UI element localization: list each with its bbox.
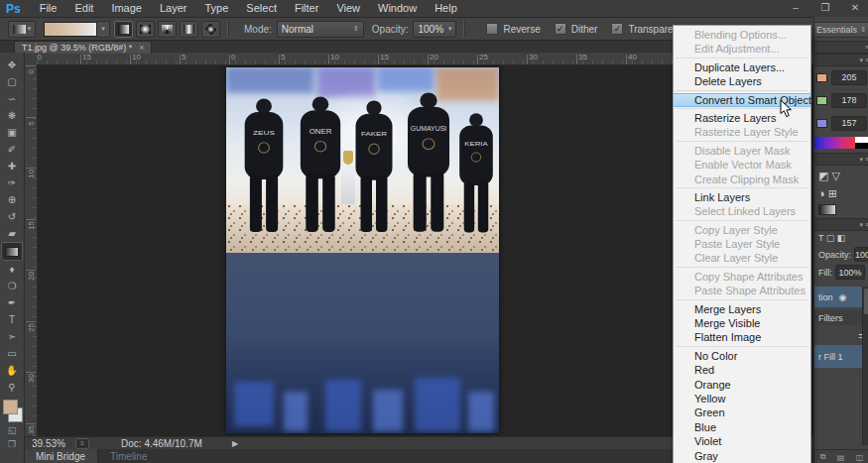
status-menu-arrow-icon[interactable]: ▶ xyxy=(232,439,238,448)
context-menu-item-link-layers[interactable]: Link Layers xyxy=(674,190,810,204)
angle-gradient-button[interactable] xyxy=(158,21,177,38)
shape-tool[interactable]: ▭ xyxy=(2,345,22,362)
black-swatch[interactable] xyxy=(855,143,868,149)
panel-menu-icon[interactable]: ▾ ≡ xyxy=(859,156,868,164)
dodge-tool[interactable]: ❍ xyxy=(2,278,22,294)
spectrum-ramp[interactable] xyxy=(814,137,855,149)
menubar-item-window[interactable]: Window xyxy=(369,0,426,17)
canvas[interactable]: ZEUS ONER FAKER GUMAYUSI KERIA xyxy=(226,67,499,433)
eyedropper-tool[interactable]: ✐ xyxy=(2,141,22,158)
panel-menu-icon[interactable]: ▾ ≡ xyxy=(859,57,868,64)
radial-gradient-button[interactable] xyxy=(136,21,155,38)
layers-fill-value[interactable]: 100% xyxy=(835,265,865,280)
context-menu-item-orange[interactable]: Orange xyxy=(674,378,810,392)
context-menu-item-yellow[interactable]: Yellow xyxy=(674,392,810,405)
checkbox-box-icon[interactable]: ✓ xyxy=(611,23,623,35)
menubar-item-image[interactable]: Image xyxy=(102,0,151,17)
context-menu-item-blue[interactable]: Blue xyxy=(674,420,810,434)
menubar-item-layer[interactable]: Layer xyxy=(151,0,196,17)
context-menu-item-gray[interactable]: Gray xyxy=(674,449,810,463)
checkbox-dither[interactable]: ✓Dither xyxy=(555,23,598,35)
new-group-icon[interactable]: ▤ xyxy=(837,453,845,462)
document-tab[interactable]: T1.jpg @ 39.5% (RGB/8#) * × xyxy=(14,41,152,54)
panel-menu-icon[interactable]: ▾ ≡ xyxy=(859,221,868,229)
color-value-field[interactable]: 157 xyxy=(831,116,867,131)
crop-tool[interactable]: ▣ xyxy=(2,124,22,141)
color-value-field[interactable]: 178 xyxy=(831,93,867,108)
screen-mode-button[interactable]: ❐ xyxy=(2,437,22,451)
context-menu-item-delete-layers[interactable]: Delete Layers xyxy=(674,74,810,88)
context-menu-item-flatten-image[interactable]: Flatten Image xyxy=(674,330,810,344)
adjustment-icon[interactable]: ◩ ▽ xyxy=(818,170,840,182)
layers-scrollbar[interactable] xyxy=(862,287,868,445)
quick-mask-button[interactable]: ◱ xyxy=(2,423,22,437)
menubar-item-view[interactable]: View xyxy=(327,0,369,17)
menubar-item-filter[interactable]: Filter xyxy=(286,0,327,17)
context-menu-item-merge-visible[interactable]: Merge Visible xyxy=(674,316,810,330)
status-flyout-icon[interactable]: ≡ xyxy=(75,438,89,449)
zoom-tool[interactable]: ⚲ xyxy=(2,379,22,396)
adjustment-icon[interactable]: ◑ ⊞ xyxy=(818,187,837,200)
restore-button[interactable]: ❐ xyxy=(818,0,832,16)
zoom-level[interactable]: 39.53% xyxy=(32,438,65,449)
marquee-tool[interactable]: ▢ xyxy=(2,73,22,90)
context-menu-item-no-color[interactable]: No Color xyxy=(674,349,810,363)
type-tool[interactable]: T xyxy=(2,311,22,328)
quick-selection-tool[interactable]: ❋ xyxy=(2,107,22,124)
ruler-label: 25 xyxy=(479,53,488,61)
history-brush-tool[interactable]: ↺ xyxy=(2,208,22,225)
context-menu-item-merge-layers[interactable]: Merge Layers xyxy=(674,302,810,316)
clone-stamp-tool[interactable]: ⊕ xyxy=(2,191,22,208)
tool-preset-picker[interactable]: ▾ xyxy=(8,21,36,38)
layer-row-smart-filters[interactable]: Filters xyxy=(814,310,866,325)
close-tab-icon[interactable]: × xyxy=(139,43,144,53)
brush-tool[interactable]: ✑ xyxy=(2,174,22,191)
close-button[interactable]: ✕ xyxy=(848,0,862,16)
checkbox-reverse[interactable]: Reverse xyxy=(486,23,540,35)
menubar-item-edit[interactable]: Edit xyxy=(65,0,102,17)
blur-tool[interactable]: ♦ xyxy=(2,261,22,278)
delete-layer-icon[interactable]: ◫ xyxy=(856,453,864,462)
move-tool[interactable]: ✥ xyxy=(2,57,22,73)
diamond-gradient-button[interactable] xyxy=(201,21,220,38)
minimize-button[interactable]: – xyxy=(789,0,803,16)
color-ramp[interactable] xyxy=(814,137,868,149)
layers-opacity-value[interactable]: 100% xyxy=(854,247,868,262)
pen-tool[interactable]: ✒ xyxy=(2,294,22,311)
opacity-dropdown[interactable]: 100% ▾ xyxy=(413,21,456,38)
layer-filter-icons[interactable]: T ▢ ◧ xyxy=(818,233,845,243)
context-menu-item-green[interactable]: Green xyxy=(674,405,810,419)
menubar-item-type[interactable]: Type xyxy=(196,0,238,17)
path-selection-tool[interactable]: ➣ xyxy=(2,328,22,345)
eraser-tool[interactable]: ▰ xyxy=(2,225,22,242)
context-menu-item-violet[interactable]: Violet xyxy=(674,434,810,448)
lasso-tool[interactable]: ∽ xyxy=(2,90,22,107)
bottom-tab-mini-bridge[interactable]: Mini Bridge xyxy=(24,449,98,463)
color-value-field[interactable]: 205 xyxy=(831,70,867,85)
gradient-tool[interactable] xyxy=(1,242,23,261)
bottom-tab-timeline[interactable]: Timeline xyxy=(98,449,159,463)
hand-tool[interactable]: ✋ xyxy=(2,362,22,379)
menubar-item-select[interactable]: Select xyxy=(237,0,286,17)
menubar-item-help[interactable]: Help xyxy=(426,0,466,17)
gradient-picker-button[interactable]: ▾ xyxy=(97,21,110,38)
linear-gradient-button[interactable] xyxy=(114,21,133,38)
menubar-item-file[interactable]: File xyxy=(31,0,66,17)
healing-brush-tool[interactable]: ✚ xyxy=(2,158,22,174)
scrollbar-thumb[interactable] xyxy=(864,289,868,314)
foreground-color-swatch[interactable] xyxy=(3,400,18,414)
gradient-swatch-icon[interactable] xyxy=(818,204,836,215)
checkbox-box-icon[interactable] xyxy=(486,23,498,35)
gradient-preview[interactable] xyxy=(44,22,97,37)
workspace-switcher[interactable]: Essentials ⇕ xyxy=(813,22,868,38)
link-layers-icon[interactable]: ⧉ xyxy=(820,452,826,462)
layer-row-selected[interactable]: tion ◉ xyxy=(814,287,866,307)
reflected-gradient-button[interactable] xyxy=(180,21,198,38)
layer-row-fill[interactable]: r Fill 1 xyxy=(814,345,866,368)
vertical-ruler[interactable]: 05101520253035 xyxy=(24,64,38,436)
mode-dropdown[interactable]: Normal ⇕ xyxy=(277,21,364,38)
checkbox-box-icon[interactable]: ✓ xyxy=(555,23,566,35)
context-menu-item-red[interactable]: Red xyxy=(674,363,810,377)
context-menu-item-duplicate-layers[interactable]: Duplicate Layers... xyxy=(674,60,810,74)
layer-filter-effect-row[interactable]: ⚌ xyxy=(814,328,868,342)
